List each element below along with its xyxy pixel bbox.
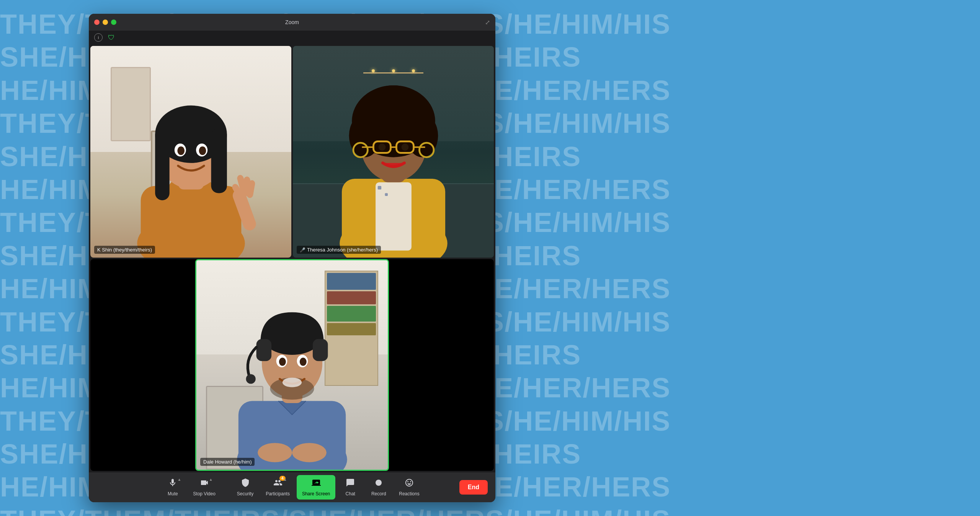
svg-rect-21 bbox=[385, 193, 388, 196]
chat-button[interactable]: Chat bbox=[337, 475, 364, 500]
kshin-name: K Shin (they/them/theirs) bbox=[97, 247, 152, 253]
video-cell-dale: Dale Howard (he/him) bbox=[90, 259, 494, 471]
svg-rect-19 bbox=[376, 182, 412, 250]
svg-rect-6 bbox=[155, 128, 170, 200]
record-icon bbox=[374, 478, 383, 490]
close-button[interactable] bbox=[94, 20, 100, 25]
record-label: Record bbox=[371, 491, 386, 496]
svg-point-51 bbox=[246, 374, 256, 384]
share-screen-button[interactable]: Share Screen bbox=[297, 475, 335, 500]
traffic-lights bbox=[94, 20, 116, 25]
expand-control[interactable]: ⤢ bbox=[485, 19, 490, 26]
reactions-label: Reactions bbox=[399, 491, 419, 496]
participants-chevron[interactable]: ▲ bbox=[283, 477, 287, 482]
svg-point-47 bbox=[300, 358, 307, 366]
mute-button[interactable]: ▲ Mute bbox=[159, 475, 186, 500]
mute-label: Mute bbox=[168, 491, 178, 496]
svg-point-46 bbox=[279, 358, 286, 366]
mute-icon: ▲ bbox=[168, 478, 177, 490]
mute-chevron[interactable]: ▲ bbox=[177, 477, 181, 482]
svg-point-52 bbox=[258, 443, 292, 462]
security-label: Security bbox=[237, 491, 253, 496]
share-screen-label: Share Screen bbox=[302, 491, 330, 496]
dale-name: Dale Howard (he/him) bbox=[203, 459, 252, 465]
svg-point-11 bbox=[199, 146, 206, 155]
svg-point-53 bbox=[292, 443, 327, 462]
svg-point-54 bbox=[376, 480, 382, 486]
dale-label: Dale Howard (he/him) bbox=[200, 458, 255, 466]
title-bar: Zoom ⤢ bbox=[89, 14, 495, 31]
participants-label: Participants bbox=[266, 491, 290, 496]
toolbar: ▲ Mute ▲ Stop Video bbox=[89, 472, 495, 502]
video-icon: ▲ bbox=[200, 478, 209, 490]
zoom-window: Zoom ⤢ i 🛡 bbox=[89, 14, 495, 502]
window-title: Zoom bbox=[285, 19, 299, 25]
theresa-name: Theresa Johnson (she/her/hers) bbox=[307, 247, 378, 253]
video-cell-theresa: 🎤 Theresa Johnson (she/her/hers) bbox=[293, 46, 494, 258]
info-icon[interactable]: i bbox=[94, 33, 103, 42]
kshin-label: K Shin (they/them/theirs) bbox=[94, 246, 155, 254]
bg-row-16: THEY/THEM/THEIRS/SHE/HER/HERS/HE/HIM/HIS bbox=[0, 504, 980, 516]
minimize-button[interactable] bbox=[103, 20, 108, 25]
svg-rect-49 bbox=[256, 339, 272, 361]
reactions-icon bbox=[405, 478, 414, 490]
participants-icon: 4 ▲ bbox=[273, 478, 283, 490]
svg-point-48 bbox=[283, 377, 302, 387]
theresa-mic-icon: 🎤 bbox=[300, 247, 305, 253]
record-button[interactable]: Record bbox=[365, 475, 392, 500]
svg-rect-50 bbox=[313, 339, 328, 361]
svg-point-27 bbox=[361, 85, 426, 129]
svg-rect-7 bbox=[211, 128, 227, 193]
chat-label: Chat bbox=[346, 491, 355, 496]
share-screen-icon bbox=[312, 478, 321, 490]
expand-icon: ⤢ bbox=[485, 19, 490, 26]
svg-point-10 bbox=[177, 146, 185, 155]
end-button[interactable]: End bbox=[459, 480, 488, 495]
fullscreen-button[interactable] bbox=[111, 20, 116, 25]
security-shield-icon: 🛡 bbox=[107, 33, 116, 42]
chat-icon bbox=[346, 478, 355, 490]
toolbar-items: ▲ Mute ▲ Stop Video bbox=[159, 475, 425, 500]
video-chevron[interactable]: ▲ bbox=[209, 477, 213, 482]
security-button[interactable]: Security bbox=[232, 475, 259, 500]
security-icon bbox=[241, 478, 250, 490]
participants-button[interactable]: 4 ▲ Participants bbox=[260, 475, 295, 500]
svg-rect-20 bbox=[377, 186, 381, 189]
info-bar: i 🛡 bbox=[89, 31, 495, 44]
stop-video-button[interactable]: ▲ Stop Video bbox=[188, 475, 221, 500]
reactions-button[interactable]: Reactions bbox=[394, 475, 425, 500]
svg-point-33 bbox=[378, 144, 385, 151]
video-cell-kshin: K Shin (they/them/theirs) bbox=[90, 46, 291, 258]
video-grid: K Shin (they/them/theirs) bbox=[89, 44, 495, 472]
svg-point-34 bbox=[401, 144, 408, 151]
stop-video-label: Stop Video bbox=[193, 491, 216, 496]
theresa-label: 🎤 Theresa Johnson (she/her/hers) bbox=[297, 246, 381, 254]
